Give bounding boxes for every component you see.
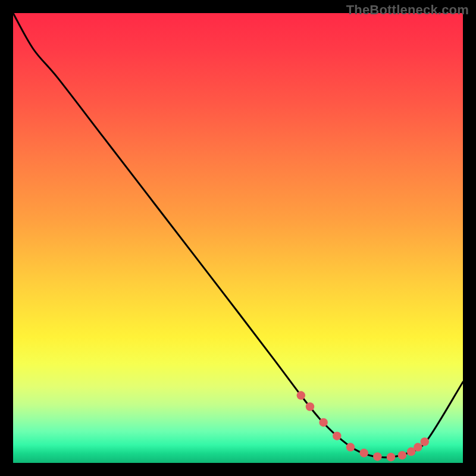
series-marker	[373, 452, 382, 461]
watermark-text: TheBottleneck.com	[346, 2, 469, 18]
series-marker	[387, 453, 396, 462]
series-marker	[398, 451, 407, 460]
series-line	[13, 13, 463, 458]
series-marker	[306, 402, 315, 411]
series-marker	[297, 391, 306, 400]
series-marker	[420, 437, 429, 446]
series-marker	[414, 443, 422, 452]
series-marker	[346, 443, 355, 452]
chart-svg	[13, 13, 463, 463]
series-marker	[359, 449, 368, 458]
chart-container: TheBottleneck.com	[0, 0, 476, 476]
series-marker	[319, 418, 328, 427]
series-marker	[333, 431, 342, 440]
